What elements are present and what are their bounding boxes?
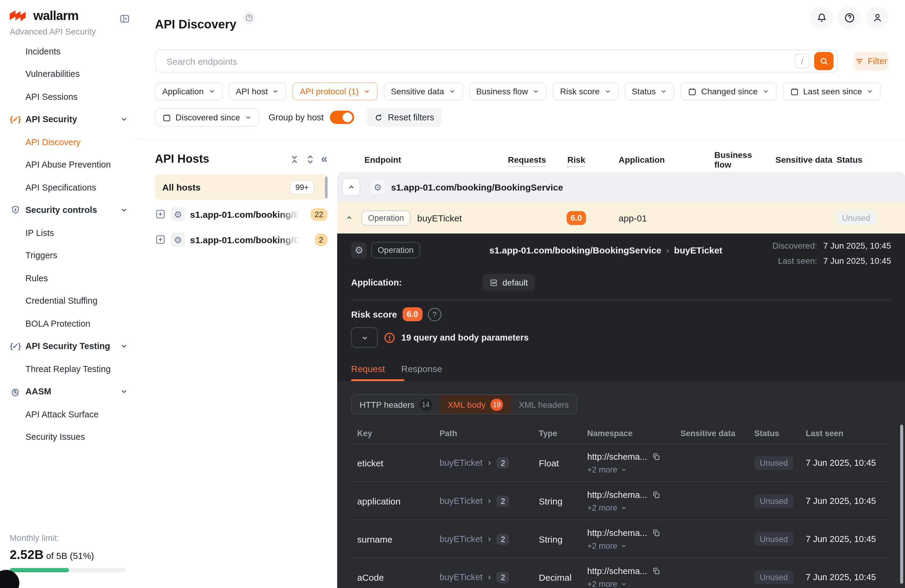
namespace-more-toggle[interactable]: +2 more — [587, 503, 674, 512]
filter-chip-last-seen-since[interactable]: Last seen since — [783, 82, 881, 100]
filter-chip-api-host[interactable]: API host — [229, 82, 287, 100]
monthly-limit-label: Monthly limit: — [10, 533, 126, 543]
copy-icon[interactable] — [652, 452, 660, 461]
column-status: Status — [833, 155, 905, 165]
param-row-eticket[interactable]: eticket buyETicket2 Float http://schema.… — [351, 444, 891, 482]
copy-icon[interactable] — [652, 566, 660, 575]
search-shortcut-key: / — [795, 54, 809, 68]
tab-request[interactable]: Request — [351, 364, 385, 381]
notifications-bell-icon[interactable] — [810, 6, 833, 29]
filter-chips-row-1: Application API host API protocol (1) Se… — [155, 82, 889, 100]
param-row-application[interactable]: application buyETicket2 String http://sc… — [351, 482, 891, 520]
chat-widget[interactable] — [0, 570, 19, 588]
service-gear-icon: ⚙ — [351, 242, 367, 258]
reset-filters-button[interactable]: Reset filters — [366, 108, 442, 127]
sidebar-item-security-issues[interactable]: Security Issues — [0, 426, 136, 448]
sidebar-item-api-attack-surface[interactable]: API Attack Surface — [0, 403, 136, 426]
expand-plus-icon[interactable] — [155, 234, 166, 245]
risk-help-icon[interactable]: ? — [428, 307, 441, 321]
filter-chip-api-protocol[interactable]: API protocol (1) — [293, 82, 378, 100]
search-button[interactable] — [814, 52, 834, 70]
search-input[interactable] — [165, 55, 795, 67]
segment-xml-body[interactable]: XML body 19 — [440, 395, 511, 414]
risk-score-badge: 6.0 — [403, 307, 422, 321]
expand-all-icon[interactable] — [305, 154, 316, 164]
column-key: Key — [351, 429, 433, 437]
namespace-more-toggle[interactable]: +2 more — [587, 541, 674, 550]
expand-plus-icon[interactable] — [155, 209, 166, 220]
topbar-actions — [810, 6, 889, 29]
sidebar-item-api-specifications[interactable]: API Specifications — [0, 176, 136, 199]
collapse-group-button[interactable] — [342, 178, 360, 196]
filter-chip-status[interactable]: Status — [624, 82, 674, 100]
copy-icon[interactable] — [652, 528, 660, 537]
segment-http-headers[interactable]: HTTP headers 14 — [352, 395, 440, 414]
hosts-scrollbar-thumb[interactable] — [325, 177, 327, 198]
host-item-bookingservice[interactable]: ⚙ s1.app-01.com/booking/Book 22 — [155, 203, 327, 225]
service-gear-icon: ⚙ — [171, 207, 185, 222]
filter-chip-changed-since[interactable]: Changed since — [681, 82, 777, 100]
calendar-icon — [688, 87, 697, 96]
column-requests-sort[interactable]: Requests — [508, 155, 546, 167]
sidebar-item-ip-lists[interactable]: IP Lists — [0, 222, 136, 244]
copy-icon[interactable] — [652, 490, 660, 499]
collapse-panel-icon[interactable]: « — [321, 153, 327, 164]
sidebar-item-triggers[interactable]: Triggers — [0, 244, 136, 267]
namespace-more-toggle[interactable]: +2 more — [587, 579, 674, 588]
column-risk-sort[interactable]: Risk — [567, 155, 585, 167]
operation-detail-panel: ⚙ Operation s1.app-01.com/booking/Bookin… — [337, 233, 905, 588]
sidebar-item-rules[interactable]: Rules — [0, 267, 136, 290]
app-window: wallarm Advanced API Security Incidents … — [0, 0, 905, 588]
sidebar-item-credential-stuffing[interactable]: Credential Stuffing — [0, 290, 136, 312]
group-host-name: s1.app-01.com/booking/BookingService — [391, 182, 563, 192]
column-path: Path — [433, 429, 533, 437]
endpoint-group-row[interactable]: ⚙ s1.app-01.com/booking/BookingService — [337, 172, 905, 202]
sidebar-item-bola-protection[interactable]: BOLA Protection — [0, 312, 136, 335]
sidebar-collapse-icon[interactable] — [119, 13, 130, 24]
segment-xml-headers[interactable]: XML headers — [511, 395, 577, 414]
risk-score-badge[interactable]: 6.0 — [566, 211, 586, 225]
monthly-limit-used: 2.52B — [10, 547, 44, 561]
sidebar-item-api-security-testing[interactable]: {✓} API Security Testing — [0, 335, 136, 358]
filter-chip-application[interactable]: Application — [155, 82, 222, 100]
filter-chip-business-flow[interactable]: Business flow — [469, 82, 547, 100]
sidebar-item-incidents[interactable]: Incidents — [0, 40, 136, 63]
sidebar-item-api-discovery[interactable]: API Discovery — [0, 131, 136, 153]
column-last-seen: Last seen — [800, 429, 891, 437]
expand-params-button[interactable] — [351, 327, 378, 348]
calendar-icon — [162, 113, 171, 122]
sidebar-item-api-security[interactable]: {✓} API Security — [0, 108, 136, 131]
filter-button[interactable]: Filter — [854, 51, 889, 71]
application-chip[interactable]: default — [483, 274, 535, 291]
column-business-flow: Business flow — [699, 150, 765, 170]
namespace-more-toggle[interactable]: +2 more — [587, 465, 674, 474]
breadcrumb-host: s1.app-01.com/booking/BookingService — [489, 245, 662, 255]
help-icon[interactable] — [838, 6, 861, 29]
status-badge: Unused — [754, 570, 793, 584]
group-by-host-toggle[interactable] — [330, 111, 354, 124]
param-row-surname[interactable]: surname buyETicket2 String http://schema… — [351, 520, 891, 558]
sidebar-item-security-controls[interactable]: Security controls — [0, 199, 136, 222]
sidebar-item-api-abuse-prevention[interactable]: API Abuse Prevention — [0, 153, 136, 176]
page-help-icon[interactable] — [243, 11, 256, 24]
collapse-operation-icon[interactable] — [337, 214, 361, 222]
filter-chip-risk-score[interactable]: Risk score — [553, 82, 618, 100]
param-row-acode[interactable]: aCode buyETicket2 Decimal http://schema.… — [351, 558, 891, 588]
path-count-badge: 2 — [496, 495, 509, 507]
monthly-limit-progress-fill — [10, 568, 69, 572]
sidebar-item-threat-replay-testing[interactable]: Threat Replay Testing — [0, 358, 136, 380]
operation-row-selected[interactable]: Operation buyETicket 6.0 app-01 Unused — [337, 202, 905, 233]
all-hosts-item[interactable]: All hosts 99+ — [155, 174, 327, 200]
filter-chip-discovered-since[interactable]: Discovered since — [155, 108, 259, 127]
filter-chip-sensitive-data[interactable]: Sensitive data — [384, 82, 463, 100]
host-item-offerservice[interactable]: ⚙ s1.app-01.com/booking/Offer 2 — [155, 229, 327, 250]
sidebar-item-vulnerabilities[interactable]: Vulnerabilities — [0, 63, 136, 85]
tab-response[interactable]: Response — [401, 364, 442, 381]
collapse-all-icon[interactable] — [290, 154, 300, 164]
sidebar-item-api-sessions[interactable]: API Sessions — [0, 85, 136, 108]
chevron-right-icon — [486, 460, 493, 466]
user-profile-icon[interactable] — [866, 6, 889, 29]
sidebar-item-aasm[interactable]: AASM — [0, 380, 136, 403]
brand-name: wallarm — [33, 8, 78, 23]
detail-scrollbar-thumb[interactable] — [900, 425, 903, 584]
